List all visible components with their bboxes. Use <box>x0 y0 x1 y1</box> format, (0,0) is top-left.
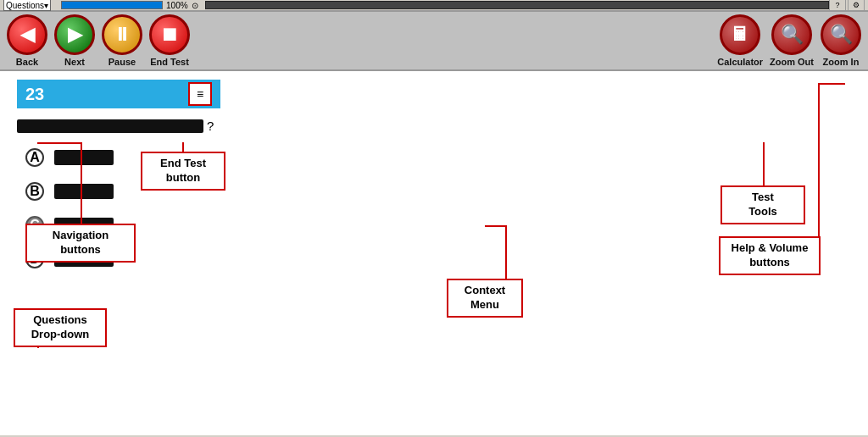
annotation-questions-dropdown: QuestionsDrop-down <box>14 308 107 347</box>
dropdown-arrow-icon: ▾ <box>44 1 48 10</box>
annotation-questions-dropdown-text: QuestionsDrop-down <box>31 313 90 340</box>
question-number: 23 <box>25 85 188 104</box>
line-test-tools <box>763 142 765 189</box>
next-icon: ▶ <box>68 24 82 46</box>
toolbar-left: ◀ Back ▶ Next ⏸ Pause ⏹ End Test <box>7 14 190 67</box>
zoom-out-button[interactable]: 🔍 Zoom Out <box>770 14 814 67</box>
context-menu-button[interactable]: ≡ <box>188 82 212 106</box>
progress-bar <box>61 1 163 9</box>
pause-circle: ⏸ <box>102 14 142 55</box>
zoom-out-label: Zoom Out <box>770 57 814 67</box>
annotation-context-menu-text: ContextMenu <box>465 284 505 311</box>
line-navigation-h <box>37 142 82 144</box>
annotation-test-tools-text: TestTools <box>748 191 777 218</box>
top-bar-left: Questions ▾ 100% ⊙ <box>3 0 829 11</box>
zoom-in-button[interactable]: 🔍 Zoom In <box>821 14 861 67</box>
annotation-context-menu: ContextMenu <box>447 279 523 318</box>
annotation-test-tools: TestTools <box>721 185 805 224</box>
questions-dropdown-label: Questions <box>6 1 44 10</box>
top-bar: Questions ▾ 100% ⊙ ? ⚙ <box>0 0 868 12</box>
next-button[interactable]: ▶ Next <box>54 14 95 67</box>
toolbar-right: 🖩 Calculator 🔍 Zoom Out 🔍 Zoom In <box>717 14 861 67</box>
annotation-navigation-buttons: Navigationbuttons <box>25 224 136 263</box>
next-label: Next <box>64 57 85 67</box>
question-suffix: ? <box>207 119 214 133</box>
question-text: ? <box>17 119 851 133</box>
calculator-button[interactable]: 🖩 Calculator <box>717 14 763 67</box>
settings-icon-btn[interactable]: ⚙ <box>848 0 865 11</box>
context-menu-icon: ≡ <box>197 87 203 101</box>
choice-label-a[interactable]: A <box>25 148 44 167</box>
time-bar <box>205 1 829 9</box>
back-button[interactable]: ◀ Back <box>7 14 47 67</box>
back-icon: ◀ <box>20 24 35 46</box>
line-help-volume <box>818 83 820 240</box>
main-content: 23 ≡ ? A B C D QuestionsDrop-down <box>0 71 868 435</box>
zoom-in-label: Zoom In <box>823 57 860 67</box>
zoom-out-circle: 🔍 <box>771 14 812 55</box>
line-navigation <box>81 142 82 225</box>
end-icon: ⏹ <box>160 24 179 46</box>
progress-bar-fill <box>62 2 162 8</box>
back-label: Back <box>16 57 38 67</box>
line-context-menu <box>505 225 507 280</box>
choice-text-a <box>54 150 114 165</box>
end-circle: ⏹ <box>149 14 190 55</box>
toolbar: ◀ Back ▶ Next ⏸ Pause ⏹ End Test 🖩 <box>0 12 868 71</box>
progress-icon: ⊙ <box>192 1 198 10</box>
pause-button[interactable]: ⏸ Pause <box>102 14 142 67</box>
pause-icon: ⏸ <box>113 24 131 46</box>
questions-dropdown[interactable]: Questions ▾ <box>3 0 51 11</box>
zoom-out-icon: 🔍 <box>781 24 804 46</box>
back-circle: ◀ <box>7 14 47 55</box>
pause-label: Pause <box>108 57 136 67</box>
calc-circle: 🖩 <box>720 14 760 55</box>
next-circle: ▶ <box>54 14 95 55</box>
zoom-in-icon: 🔍 <box>830 24 853 46</box>
redacted-text-1 <box>17 119 203 133</box>
progress-bar-container: 100% ⊙ <box>61 1 198 10</box>
annotation-end-test-text: End Testbutton <box>160 157 206 184</box>
annotation-help-volume-text: Help & Volumebuttons <box>732 241 809 268</box>
end-label: End Test <box>150 57 189 67</box>
zoom-in-circle: 🔍 <box>821 14 861 55</box>
line-help-volume-h <box>818 83 845 85</box>
help-icon-btn[interactable]: ? <box>829 0 846 11</box>
annotation-help-volume: Help & Volumebuttons <box>719 236 821 275</box>
annotation-end-test: End Testbutton <box>141 152 225 191</box>
annotation-navigation-text: Navigationbuttons <box>53 229 108 256</box>
top-bar-right: ? ⚙ <box>829 0 865 11</box>
choice-text-b <box>54 184 114 199</box>
line-context-menu-h <box>485 225 507 227</box>
calculator-icon: 🖩 <box>731 24 749 46</box>
choice-label-b[interactable]: B <box>25 182 44 201</box>
end-test-button[interactable]: ⏹ End Test <box>149 14 190 67</box>
progress-text: 100% <box>166 1 188 10</box>
question-header: 23 ≡ <box>17 80 220 108</box>
calculator-label: Calculator <box>717 57 763 67</box>
